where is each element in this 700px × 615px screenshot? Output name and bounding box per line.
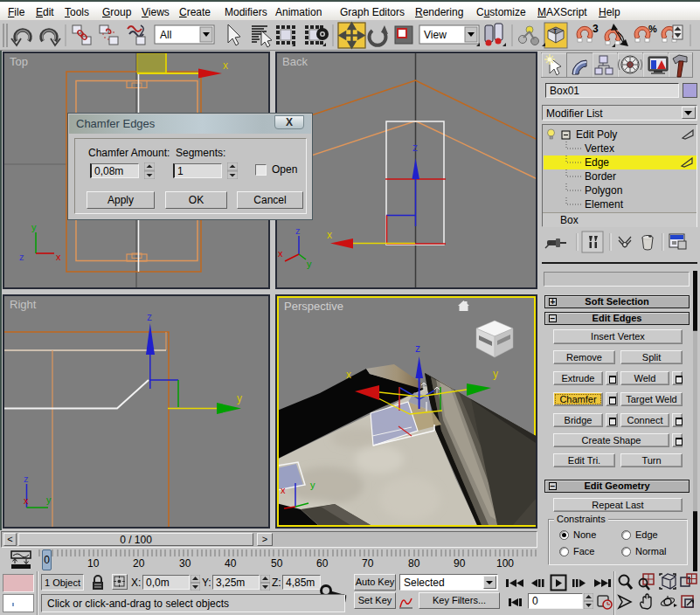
svg-text:x: x [223, 59, 228, 72]
svg-text:y: y [310, 480, 315, 490]
svg-text:z: z [295, 225, 301, 236]
svg-text:x: x [346, 369, 351, 381]
svg-text:T: T [553, 28, 558, 34]
svg-text:z: z [147, 311, 152, 323]
svg-text:x: x [56, 252, 61, 262]
svg-text:y: y [493, 368, 498, 380]
svg-text:y: y [307, 259, 312, 269]
svg-text:z: z [415, 342, 420, 355]
svg-text:%: % [648, 24, 657, 34]
svg-text:z: z [24, 473, 29, 484]
svg-text:y: y [237, 392, 242, 404]
svg-text:3: 3 [593, 23, 599, 35]
svg-text:x: x [24, 495, 29, 506]
svg-text:x: x [327, 229, 332, 241]
svg-text:x: x [278, 248, 283, 259]
svg-text:z: z [19, 252, 24, 262]
svg-text:z: z [412, 142, 418, 154]
svg-text:All: All [160, 29, 171, 41]
svg-text:y: y [31, 222, 37, 232]
svg-text:x: x [281, 485, 286, 495]
svg-text:y: y [46, 494, 52, 505]
svg-text:View: View [424, 29, 447, 41]
